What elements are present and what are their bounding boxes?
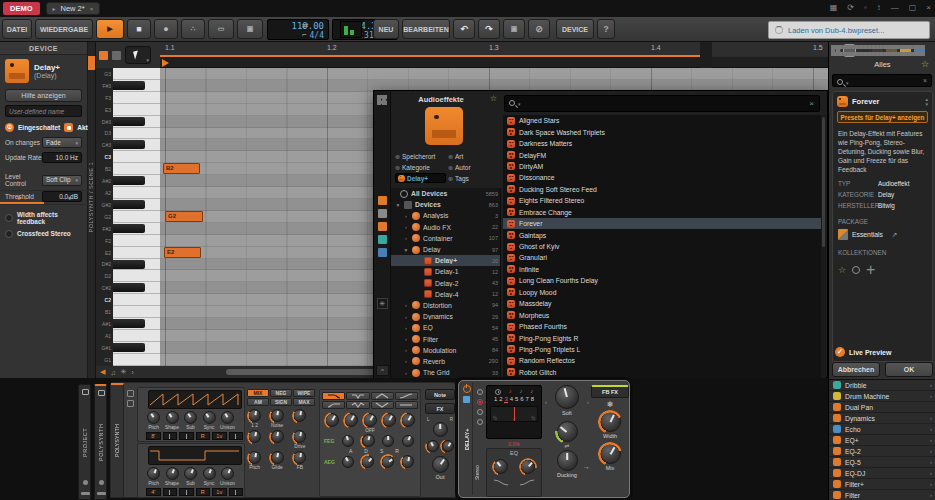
mix-mode-button[interactable]: WIPE — [293, 389, 315, 397]
knob[interactable] — [147, 411, 160, 424]
mix-knob-unit[interactable] — [292, 409, 307, 428]
punch-icon[interactable]: ⌐ — [302, 30, 307, 39]
help-button[interactable]: ? — [597, 19, 615, 39]
preset-row[interactable]: Gaintaps — [503, 229, 822, 240]
piano-key[interactable] — [113, 104, 160, 116]
tree-arrow-icon[interactable]: › — [403, 314, 409, 320]
power-toggle-icon[interactable]: ⏼ — [5, 123, 14, 132]
preset-row[interactable]: Random Reflectos — [503, 355, 822, 366]
on-changes-select[interactable]: Fade▾ — [42, 137, 82, 148]
preset-row[interactable]: Phased Fourths — [503, 321, 822, 332]
show-presets-button[interactable]: Presets für Delay+ anzeigen — [837, 111, 928, 123]
piano-key[interactable] — [113, 294, 160, 306]
tree-row[interactable]: ▾Devices863 — [391, 199, 500, 210]
knob[interactable] — [363, 413, 377, 427]
knob[interactable] — [344, 413, 358, 427]
project-tab[interactable]: ▸ New 2* × — [46, 2, 101, 15]
loop-icon[interactable]: ⇄ — [302, 21, 309, 30]
feg-d-knob[interactable] — [362, 434, 375, 447]
osc-knob-unit[interactable]: Sub — [183, 411, 198, 430]
preset-row[interactable]: Long Clean Fourths Delay — [503, 275, 822, 286]
filter-knob-unit[interactable] — [325, 413, 340, 433]
collection-circle-icon[interactable] — [852, 266, 860, 274]
collection-filter-label[interactable]: Alles — [829, 60, 935, 69]
osc-value-box[interactable]: 1v — [212, 488, 227, 496]
filter-knob-unit[interactable] — [382, 413, 397, 433]
knob[interactable] — [166, 411, 179, 424]
fill-button[interactable]: ▭ — [208, 19, 234, 39]
device-list-row[interactable]: EQ+› — [829, 435, 935, 446]
source-tab-icon[interactable] — [378, 248, 387, 257]
piano-key[interactable] — [113, 80, 160, 92]
tree-row[interactable]: ›Modulation84 — [391, 345, 500, 356]
width-knob[interactable] — [600, 411, 621, 432]
folder-icon[interactable] — [127, 400, 134, 407]
crossfeed-checkbox[interactable] — [5, 230, 13, 238]
osc-value-box[interactable]: 1v — [212, 432, 227, 440]
osc-knob-unit[interactable]: Shape — [165, 411, 180, 430]
tree-arrow-icon[interactable]: ▾ — [403, 247, 409, 253]
filter-knob-unit[interactable] — [401, 413, 416, 433]
knob[interactable] — [184, 411, 197, 424]
ducking-knob[interactable] — [557, 450, 578, 471]
midi-note[interactable]: B2 — [163, 163, 200, 174]
file-menu-button[interactable]: DATEI — [2, 19, 32, 39]
tree-row[interactable]: ›Analysis3 — [391, 210, 500, 221]
detail-search-input[interactable]: × — [832, 74, 932, 87]
pointer-tool-button[interactable] — [125, 46, 151, 64]
window-control-icon[interactable]: ↕ — [877, 2, 881, 14]
playback-menu-button[interactable]: WIEDERGABE — [35, 19, 93, 39]
play-button[interactable]: ▶ — [96, 19, 124, 39]
tree-row[interactable]: ▾Delay97 — [391, 244, 500, 255]
tree-arrow-icon[interactable]: › — [403, 370, 409, 376]
piano-key[interactable] — [113, 175, 160, 187]
knob[interactable] — [271, 430, 284, 443]
knob[interactable] — [401, 413, 415, 427]
osc-value-box[interactable]: 8' — [146, 432, 161, 440]
enabled-label[interactable]: Eingeschaltet — [18, 124, 60, 131]
piano-key[interactable] — [113, 139, 160, 151]
filter-cell[interactable]: ⊛Art — [448, 151, 499, 161]
osc-value-box[interactable]: R — [196, 432, 211, 440]
layers-icon[interactable] — [112, 51, 121, 60]
preset-scrollbar[interactable] — [821, 115, 826, 379]
track-strip[interactable]: POLYSYNTH / SCENE 1 — [88, 42, 96, 378]
audition-icon[interactable]: ◀ — [100, 368, 105, 376]
aeg-r-knob[interactable] — [401, 455, 414, 468]
preset-row[interactable]: Aligned Stars — [503, 115, 822, 126]
osc-value-box[interactable]: 4' — [146, 488, 161, 496]
osc1-waveform-display[interactable] — [148, 390, 242, 409]
tree-arrow-icon[interactable]: › — [403, 358, 409, 364]
automation-button[interactable]: ∴ — [181, 19, 205, 39]
keytrack-icon[interactable] — [127, 390, 134, 397]
eq-low-knob[interactable] — [493, 459, 508, 474]
lowpass-filter-button[interactable] — [322, 392, 345, 400]
mix-knob-unit[interactable] — [247, 430, 262, 449]
beat-number[interactable]: 8 — [531, 396, 534, 403]
window-control-icon[interactable]: ▦ — [830, 2, 838, 14]
mix-knob-unit[interactable]: 1 2 — [247, 409, 262, 428]
osc-knob-unit[interactable]: Pitch — [146, 467, 161, 486]
beat-number[interactable]: 7 — [525, 396, 528, 403]
clip-icon[interactable] — [99, 51, 108, 60]
highpass-filter-button[interactable] — [322, 401, 345, 409]
spread-knob[interactable] — [442, 440, 454, 452]
feedback-knob[interactable] — [557, 421, 578, 442]
favorite-star-icon[interactable]: ☆ — [490, 94, 497, 103]
beat-number[interactable]: 3 — [504, 396, 507, 403]
comb-filter-button[interactable] — [346, 401, 369, 409]
pan-knob[interactable] — [433, 422, 448, 437]
preset-row[interactable]: Ping-Pong Eights R — [503, 332, 822, 343]
notes-layer-icon[interactable]: ♫ — [110, 369, 115, 376]
delay-offset-graph[interactable]: ½ ♪ ½ — [490, 406, 538, 422]
tree-row[interactable]: ›Reverb290 — [391, 356, 500, 367]
knob[interactable] — [203, 467, 216, 480]
window-control-icon[interactable]: ⟳ — [847, 2, 854, 14]
tree-row[interactable]: Delay-243 — [391, 278, 500, 289]
preset-row[interactable]: Embrace Change — [503, 207, 822, 218]
delay-time-display[interactable]: ♪ ♪ ♪ 12345678 ½ ♪ ½ — [486, 385, 542, 439]
piano-key[interactable] — [113, 235, 160, 247]
knob[interactable] — [147, 467, 160, 480]
preset-row[interactable]: DirtyAM — [503, 161, 822, 172]
osc-knob-unit[interactable]: Sync — [202, 467, 217, 486]
